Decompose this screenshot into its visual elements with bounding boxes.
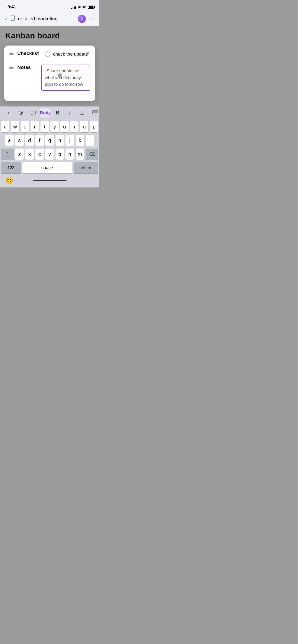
bold-button[interactable]: B: [52, 108, 63, 118]
key-k[interactable]: k: [76, 135, 84, 146]
backspace-icon: [88, 151, 96, 157]
key-o[interactable]: o: [80, 121, 88, 132]
checklist-item-text: check the update: [53, 51, 88, 57]
key-shift[interactable]: [1, 149, 14, 160]
key-numbers[interactable]: 123: [1, 162, 21, 173]
key-g[interactable]: g: [45, 135, 54, 146]
checklist-section: Checklist check the update: [9, 51, 90, 57]
keyboard-row-3: z x c v b n m: [1, 149, 98, 160]
back-button[interactable]: ‹: [4, 15, 8, 23]
body-button[interactable]: Body: [40, 108, 51, 118]
keyboard-row-2: a s d f g h j k l: [1, 135, 98, 146]
keyboard-emoji-row: 😊: [1, 175, 98, 187]
italic-button[interactable]: I: [64, 108, 75, 118]
comment-button[interactable]: [28, 108, 39, 118]
key-b[interactable]: b: [56, 149, 64, 160]
status-bar: 9:41 ⌘: [0, 0, 99, 13]
keyboard-row-1: q w e r t y u i o p: [1, 121, 98, 132]
modal-divider: [9, 95, 90, 95]
nav-bar: ‹ detailed marketing S ···: [0, 13, 99, 26]
checklist-checkbox[interactable]: [45, 51, 50, 57]
battery-icon: [88, 6, 94, 9]
keyboard-toolbar: / @ Body B I U: [0, 106, 99, 119]
more-button[interactable]: ···: [89, 16, 95, 22]
keyboard-row-bottom: 123 space return: [1, 162, 98, 173]
key-c[interactable]: c: [35, 149, 44, 160]
key-e[interactable]: e: [21, 121, 29, 132]
close-button[interactable]: ✕: [84, 50, 91, 57]
key-f[interactable]: f: [35, 135, 44, 146]
bold-icon: B: [56, 110, 59, 116]
key-r[interactable]: r: [31, 121, 39, 132]
key-q[interactable]: q: [1, 121, 9, 132]
key-s[interactable]: s: [15, 135, 24, 146]
key-y[interactable]: y: [50, 121, 59, 132]
nav-right: S ···: [78, 15, 95, 23]
at-button[interactable]: @: [15, 108, 26, 118]
key-d[interactable]: d: [25, 135, 34, 146]
slash-button[interactable]: /: [3, 108, 14, 118]
checklist-items: check the update: [45, 51, 90, 57]
checklist-item: check the update: [45, 51, 90, 57]
key-w[interactable]: w: [11, 121, 19, 132]
home-indicator: [33, 180, 66, 181]
key-v[interactable]: v: [45, 149, 54, 160]
wifi-icon: ⌘: [77, 5, 86, 9]
nav-title: detailed marketing: [18, 16, 58, 22]
emoji-button[interactable]: 😊: [5, 177, 13, 184]
notes-placeholder-text: Share updates of what you did today, pla…: [45, 68, 83, 87]
key-j[interactable]: j: [65, 135, 74, 146]
key-u[interactable]: u: [60, 121, 69, 132]
text-cursor: [45, 69, 45, 74]
modal-card: ✕ Checklist check the update: [4, 46, 95, 101]
underline-button[interactable]: U: [76, 108, 88, 118]
doc-icon: [10, 16, 16, 22]
key-x[interactable]: x: [25, 149, 34, 160]
key-space[interactable]: space: [22, 162, 72, 173]
key-a[interactable]: a: [5, 135, 14, 146]
key-h[interactable]: h: [56, 135, 64, 146]
key-return[interactable]: return: [74, 162, 98, 173]
key-i[interactable]: i: [70, 121, 79, 132]
key-n[interactable]: n: [65, 149, 74, 160]
key-p[interactable]: p: [90, 121, 98, 132]
key-l[interactable]: l: [86, 135, 94, 146]
key-t[interactable]: t: [40, 121, 49, 132]
key-m[interactable]: m: [76, 149, 84, 160]
italic-icon: I: [69, 110, 71, 116]
checklist-drag-handle[interactable]: [9, 51, 14, 57]
notes-drag-handle[interactable]: [9, 65, 14, 71]
notes-label: Notes: [17, 65, 38, 70]
key-backspace[interactable]: [86, 149, 98, 160]
svg-rect-10: [92, 111, 98, 114]
nav-left: ‹ detailed marketing: [4, 15, 58, 23]
page-background: Kanban board ✕ Checklist check the updat…: [0, 26, 99, 106]
notes-section: Notes Share updates of what you did toda…: [9, 65, 90, 91]
keyboard-hide-button[interactable]: [90, 108, 99, 118]
page-title: Kanban board: [4, 31, 95, 40]
keyboard: q w e r t y u i o p a s d f g h j k l z …: [0, 119, 99, 187]
checklist-label: Checklist: [17, 51, 39, 56]
notes-input[interactable]: Share updates of what you did today, pla…: [41, 65, 90, 91]
shift-icon: [5, 151, 10, 157]
status-icons: ⌘: [71, 5, 94, 9]
key-z[interactable]: z: [15, 149, 24, 160]
signal-icon: [71, 6, 76, 9]
avatar[interactable]: S: [78, 15, 86, 23]
status-time: 9:41: [8, 5, 16, 10]
